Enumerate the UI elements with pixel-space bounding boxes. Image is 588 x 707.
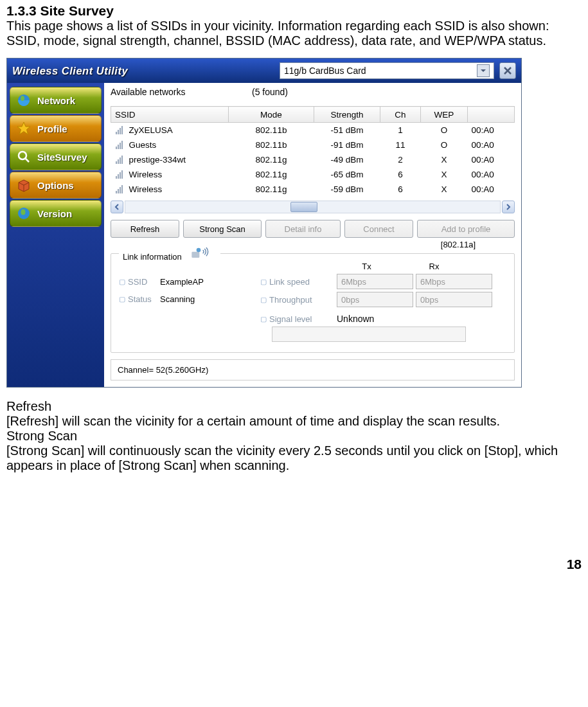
bullet-icon: ▢ — [260, 278, 267, 286]
network-table: SSID Mode Strength Ch WEP ZyXELUSA 802.1… — [111, 106, 515, 197]
add-profile-button[interactable]: Add to profile — [417, 220, 515, 238]
svg-rect-21 — [116, 191, 117, 193]
sidebar: Network Profile SiteSurvey Options Versi… — [7, 83, 104, 387]
svg-rect-10 — [118, 145, 119, 149]
scrollbar-thumb[interactable] — [290, 202, 317, 212]
table-row[interactable]: Wireless 802.11g -59 dBm 6 X 00:A0 — [111, 182, 515, 197]
bullet-icon: ▢ — [119, 278, 125, 286]
scrollbar-track[interactable] — [125, 201, 501, 213]
col-strength[interactable]: Strength — [314, 107, 380, 123]
connect-button[interactable]: Connect — [344, 220, 413, 238]
magnifier-icon — [15, 148, 32, 165]
bullet-icon: ▢ — [260, 315, 267, 323]
adapter-value: 11g/b CardBus Card — [284, 66, 366, 76]
nav-network[interactable]: Network — [10, 87, 102, 114]
svg-rect-12 — [121, 141, 123, 149]
titlebar: Wireless Client Utility 11g/b CardBus Ca… — [7, 58, 521, 83]
ssid-value: ExampleAP — [160, 277, 204, 287]
link-legend-label: Link information — [123, 252, 182, 262]
svg-point-26 — [196, 248, 200, 253]
svg-rect-11 — [120, 143, 121, 149]
svg-rect-7 — [120, 128, 121, 134]
signal-label: Signal level — [269, 314, 337, 324]
nav-profile[interactable]: Profile — [10, 115, 102, 142]
col-mode[interactable]: Mode — [229, 107, 314, 123]
svg-rect-25 — [192, 252, 199, 258]
detail-info-button[interactable]: Detail info — [265, 220, 341, 238]
nav-options-label: Options — [37, 180, 74, 191]
linkspeed-tx: 6Mbps — [337, 274, 413, 289]
table-row[interactable]: Guests 802.11b -91 dBm 11 O 00:A0 — [111, 138, 515, 152]
svg-rect-22 — [118, 189, 119, 193]
rx-header: Rx — [400, 262, 468, 271]
nav-sitesurvey[interactable]: SiteSurvey — [10, 143, 102, 170]
svg-rect-23 — [120, 187, 121, 193]
svg-rect-24 — [121, 185, 123, 193]
svg-rect-14 — [118, 159, 119, 164]
signal-bar — [272, 327, 466, 342]
intro-text: This page shows a list of SSIDs in your … — [6, 19, 582, 48]
scroll-left-button[interactable] — [111, 201, 123, 213]
signal-icon — [115, 185, 125, 194]
col-wep[interactable]: WEP — [421, 107, 468, 123]
pc-signal-icon — [191, 247, 217, 265]
col-ch[interactable]: Ch — [380, 107, 421, 123]
channel-info: Channel= 52(5.260GHz) — [111, 359, 515, 380]
nav-version[interactable]: Version — [10, 200, 102, 227]
horizontal-scrollbar[interactable] — [111, 201, 515, 213]
table-row[interactable]: prestige-334wt 802.11g -49 dBm 2 X 00:A0 — [111, 152, 515, 167]
window-title: Wireless Client Utility — [12, 65, 280, 77]
throughput-rx: 0bps — [416, 292, 492, 307]
svg-rect-15 — [120, 157, 121, 164]
section-heading: 1.3.3 Site Survey — [6, 3, 582, 19]
signal-icon — [115, 126, 125, 135]
box-icon — [15, 177, 32, 193]
col-ssid[interactable]: SSID — [111, 107, 229, 123]
status-value: Scanning — [160, 294, 195, 304]
nav-sitesurvey-label: SiteSurvey — [37, 152, 87, 163]
scroll-right-button[interactable] — [502, 201, 515, 213]
col-bssid[interactable] — [468, 107, 515, 123]
svg-rect-19 — [120, 172, 121, 179]
strongscan-heading: Strong Scan — [6, 429, 582, 443]
nav-options[interactable]: Options — [10, 172, 102, 199]
signal-icon — [115, 170, 125, 179]
main-panel: Available networks (5 found) SSID Mode S… — [104, 83, 521, 387]
svg-point-1 — [21, 96, 24, 101]
nav-profile-label: Profile — [37, 123, 67, 134]
wireless-utility-window: Wireless Client Utility 11g/b CardBus Ca… — [6, 58, 522, 388]
globe-icon — [15, 205, 32, 222]
available-networks-label: Available networks — [111, 87, 252, 97]
strongscan-description: [Strong Scan] will continuously scan the… — [6, 443, 582, 473]
strong-scan-button[interactable]: Strong Scan — [183, 220, 262, 238]
close-button[interactable] — [499, 62, 516, 79]
refresh-description: [Refresh] will scan the vicinity for a c… — [6, 414, 582, 429]
page-number: 18 — [6, 557, 582, 572]
throughput-label: Throughput — [269, 295, 337, 305]
signal-value: Unknown — [337, 314, 374, 324]
bullet-icon: ▢ — [260, 296, 267, 304]
link-information-panel: [802.11a] Link information ▢ SSID Exampl… — [111, 253, 515, 353]
nav-network-label: Network — [37, 95, 75, 106]
tx-header: Tx — [333, 262, 400, 271]
nav-version-label: Version — [37, 208, 72, 219]
svg-rect-18 — [118, 174, 119, 179]
found-count: (5 found) — [252, 87, 288, 97]
linkspeed-label: Link speed — [269, 277, 337, 287]
svg-rect-8 — [121, 126, 123, 134]
svg-point-4 — [21, 210, 26, 215]
svg-rect-6 — [118, 130, 119, 134]
dropdown-arrow-icon — [477, 64, 490, 77]
svg-rect-20 — [121, 170, 123, 179]
svg-rect-17 — [116, 176, 117, 179]
svg-rect-13 — [116, 161, 117, 164]
status-label: Status — [128, 294, 160, 304]
globe-icon — [15, 92, 32, 109]
refresh-heading: Refresh — [6, 399, 582, 414]
refresh-button[interactable]: Refresh — [111, 220, 179, 238]
adapter-dropdown[interactable]: 11g/b CardBus Card — [280, 62, 494, 79]
signal-icon — [115, 156, 125, 165]
table-row[interactable]: ZyXELUSA 802.11b -51 dBm 1 O 00:A0 — [111, 123, 515, 138]
table-row[interactable]: Wireless 802.11g -65 dBm 6 X 00:A0 — [111, 167, 515, 182]
svg-rect-9 — [116, 147, 117, 149]
